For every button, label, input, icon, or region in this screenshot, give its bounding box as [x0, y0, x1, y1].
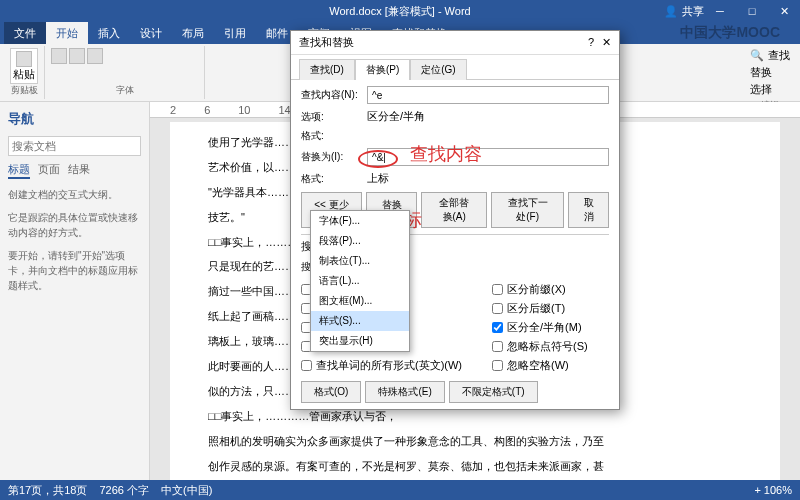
status-words[interactable]: 7266 个字: [99, 483, 149, 498]
special-button[interactable]: 特殊格式(E): [365, 381, 444, 403]
doc-text: 创作灵感的泉源。有案可查的，不光是柯罗、莫奈、德加，也包括未来派画家，甚: [186, 456, 764, 477]
chk-width[interactable]: 区分全/半角(M): [492, 320, 588, 335]
menu-design[interactable]: 设计: [130, 22, 172, 45]
chk-punct[interactable]: 忽略标点符号(S): [492, 339, 588, 354]
watermark: 中国大学MOOC: [680, 24, 780, 42]
options-label: 选项:: [301, 110, 363, 124]
chk-space[interactable]: 忽略空格(W): [492, 358, 588, 373]
dialog-help-button[interactable]: ?: [588, 36, 594, 49]
share-icon: 👤: [664, 5, 678, 18]
navigation-pane: 导航 标题 页面 结果 创建文档的交互式大纲。 它是跟踪的具体位置或快速移动内容…: [0, 102, 150, 480]
dialog-tab-goto[interactable]: 定位(G): [410, 59, 466, 80]
dd-paragraph[interactable]: 段落(P)...: [311, 231, 409, 251]
format-button[interactable]: 格式(O): [301, 381, 361, 403]
dd-highlight[interactable]: 突出显示(H): [311, 331, 409, 351]
menu-file[interactable]: 文件: [4, 22, 46, 45]
cancel-button[interactable]: 取消: [568, 192, 609, 228]
format-label: 格式:: [301, 129, 363, 143]
menu-insert[interactable]: 插入: [88, 22, 130, 45]
nav-tab-heading[interactable]: 标题: [8, 162, 30, 179]
clipboard-label: 剪贴板: [10, 84, 38, 97]
nav-hint: 它是跟踪的具体位置或快速移动内容的好方式。: [8, 210, 141, 240]
no-format-button[interactable]: 不限定格式(T): [449, 381, 538, 403]
options-value: 区分全/半角: [367, 109, 425, 124]
dialog-close-button[interactable]: ✕: [602, 36, 611, 49]
dialog-tab-replace[interactable]: 替换(P): [355, 59, 410, 80]
paste-icon: [16, 51, 32, 67]
doc-text: 照相机的发明确实为众多画家提供了一种形象意念的工具、构图的实验方法，乃至: [186, 431, 764, 452]
search-icon: 🔍: [750, 49, 764, 62]
dd-frame[interactable]: 图文框(M)...: [311, 291, 409, 311]
format-dropdown: 字体(F)... 段落(P)... 制表位(T)... 语言(L)... 图文框…: [310, 210, 410, 352]
find-input[interactable]: [367, 86, 609, 104]
menu-layout[interactable]: 布局: [172, 22, 214, 45]
dd-tabs[interactable]: 制表位(T)...: [311, 251, 409, 271]
chk-suffix[interactable]: 区分后缀(T): [492, 301, 588, 316]
find-label: 查找内容(N):: [301, 88, 363, 102]
dialog-title: 查找和替换: [299, 35, 354, 50]
dd-style[interactable]: 样式(S)...: [311, 311, 409, 331]
select-button[interactable]: 选择: [750, 82, 790, 97]
nav-tab-result[interactable]: 结果: [68, 162, 90, 179]
status-page[interactable]: 第17页，共18页: [8, 483, 87, 498]
paste-button[interactable]: 粘贴: [10, 48, 38, 84]
bold-icon[interactable]: [51, 48, 67, 64]
replace-button[interactable]: 替换: [750, 65, 790, 80]
replace-format-value: 上标: [367, 171, 389, 186]
dd-font[interactable]: 字体(F)...: [311, 211, 409, 231]
find-next-button[interactable]: 查找下一处(F): [491, 192, 564, 228]
close-button[interactable]: ✕: [768, 0, 800, 22]
maximize-button[interactable]: □: [736, 0, 768, 22]
nav-search-input[interactable]: [8, 136, 141, 156]
app-title: Word.docx [兼容模式] - Word: [329, 4, 470, 19]
menu-references[interactable]: 引用: [214, 22, 256, 45]
status-language[interactable]: 中文(中国): [161, 483, 212, 498]
underline-icon[interactable]: [87, 48, 103, 64]
italic-icon[interactable]: [69, 48, 85, 64]
replace-all-button[interactable]: 全部替换(A): [421, 192, 487, 228]
nav-hint: 要开始，请转到"开始"选项卡，并向文档中的标题应用标题样式。: [8, 248, 141, 293]
minimize-button[interactable]: ─: [704, 0, 736, 22]
chk-prefix[interactable]: 区分前缀(X): [492, 282, 588, 297]
nav-title: 导航: [8, 110, 141, 128]
dd-language[interactable]: 语言(L)...: [311, 271, 409, 291]
replace-format-label: 格式:: [301, 172, 363, 186]
menu-home[interactable]: 开始: [46, 22, 88, 45]
zoom-level[interactable]: + 106%: [754, 484, 792, 496]
find-button[interactable]: 🔍查找: [750, 48, 790, 63]
chk-forms[interactable]: 查找单词的所有形式(英文)(W): [301, 358, 462, 373]
dialog-tab-find[interactable]: 查找(D): [299, 59, 355, 80]
font-label: 字体: [51, 84, 198, 97]
share-button[interactable]: 👤 共享: [664, 4, 704, 19]
replace-label: 替换为(I):: [301, 150, 363, 164]
nav-tab-page[interactable]: 页面: [38, 162, 60, 179]
replace-input[interactable]: [367, 148, 609, 166]
nav-hint: 创建文档的交互式大纲。: [8, 187, 141, 202]
